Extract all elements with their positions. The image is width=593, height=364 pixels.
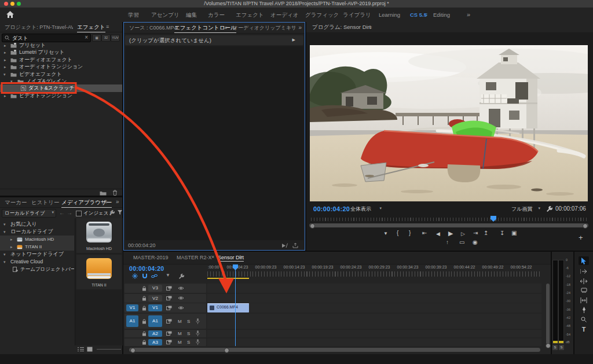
button-editor-plus[interactable]: + [579,234,583,242]
thumbnail-size-slider[interactable] [97,349,121,350]
tab-history[interactable]: ヒストリー [31,199,59,207]
effect-controls-timecode[interactable]: 00:00:04:20 [128,242,156,248]
workspace-cs55-menu-icon[interactable]: ≡ [424,12,427,17]
multicam-view-button[interactable]: ▣ [511,229,517,237]
zoom-handle-mid[interactable] [224,348,229,353]
lock-icon[interactable] [142,296,147,301]
media-row-team-projects[interactable]: チームプロジェクトバージ [0,266,74,273]
track-name-a2[interactable]: A2 [148,330,162,337]
track-output-eye-icon[interactable] [178,286,184,291]
track-name-v2[interactable]: V2 [148,295,162,302]
lock-icon[interactable] [142,319,147,324]
lock-icon[interactable] [142,331,147,336]
meter-solo-left[interactable]: S [552,345,558,350]
chevron-right-icon[interactable]: ▸ [4,42,6,49]
tab-project[interactable]: プロジェクト: PTN-Travel-AVP-2019 [5,24,73,31]
mute-button[interactable]: M [178,331,182,336]
workspace-tab-editing-jp[interactable]: 編集 [186,12,197,19]
program-mini-ruler[interactable] [311,218,588,221]
program-zoom-scrollbar[interactable] [309,223,588,227]
linked-selection-icon[interactable] [151,273,158,279]
quality-dropdown[interactable]: フル画質 ▾ [510,205,541,213]
yuv-effects-badge[interactable]: YUV [111,34,120,42]
home-icon[interactable] [6,10,14,19]
comparison-view-button[interactable]: ▭ [459,238,464,247]
tab-markers[interactable]: マーカー [5,199,27,207]
scrollbar-right-handle[interactable] [583,223,588,229]
chevron-down-icon[interactable]: ▾ [10,78,13,85]
workspace-tab-color[interactable]: カラー [208,12,225,19]
wrench-icon[interactable] [109,209,115,215]
tab-program-monitor[interactable]: プログラム: Sensor Dirt [312,24,371,31]
vertical-scrollbar-handle[interactable] [546,343,551,348]
chevron-right-icon[interactable]: ▸ [10,236,13,243]
lock-icon[interactable] [142,340,147,345]
razor-tool[interactable] [579,286,589,295]
32bit-color-badge[interactable]: 32 [101,34,111,42]
hand-zoom-tool[interactable] [579,315,589,323]
track-name-v3[interactable]: V3 [148,285,162,292]
chevron-down-icon[interactable]: ▾ [3,258,6,266]
track-content-a3[interactable] [207,339,541,346]
mark-in-button[interactable]: { [397,229,398,237]
program-timecode[interactable]: 00:00:04:20 [313,205,350,212]
sync-lock-icon[interactable] [166,306,172,310]
program-menu-icon[interactable]: ≡ [369,24,372,30]
export-frame-button[interactable]: ◉ [473,238,478,247]
go-to-in-button[interactable]: ⇤ [422,229,427,237]
ripple-edit-tool[interactable] [579,277,589,285]
mic-icon[interactable] [196,330,200,336]
add-marker-button[interactable]: ▼ [383,230,388,238]
tab-sequence-masterr2x[interactable]: MASTER R2-X [177,255,212,260]
tree-row-presets[interactable]: ▸ プリセット [0,42,122,49]
program-settings-wrench-icon[interactable] [546,205,552,212]
track-output-eye-icon[interactable] [178,296,184,300]
trash-icon[interactable] [112,190,118,196]
track-content-a1[interactable] [207,314,541,329]
accelerated-effects-badge[interactable]: ▦ [92,34,101,42]
nest-toggle-icon[interactable] [132,273,138,279]
thumbnail-macintosh-hd[interactable]: Macintosh HD [76,218,122,253]
expand-arrow-icon[interactable]: ▶ [292,38,295,42]
tree-row-video-transitions[interactable]: ▸ ビデオトランジション [0,92,122,100]
effects-panel-menu-icon[interactable]: ≡ [106,24,109,30]
chevron-right-icon[interactable]: ▸ [4,49,6,56]
track-content-a2[interactable] [207,330,541,337]
workspace-tab-assembly[interactable]: アセンブリ [151,12,180,19]
fit-dropdown[interactable]: 全体表示 ▾ [349,205,383,213]
chevron-down-icon[interactable]: ▾ [3,220,6,228]
timeline-settings-wrench-icon[interactable] [178,273,184,279]
media-row-network-drives[interactable]: ▾ ネットワークドライブ [0,251,74,258]
timeline-vertical-scrollbar[interactable] [546,284,550,344]
timeline-timecode[interactable]: 00:00:04:20 [129,265,164,272]
playhead-line[interactable] [235,269,236,346]
mic-icon[interactable] [196,318,200,324]
source-patch-v1[interactable]: V1 [126,304,138,311]
lift-button[interactable]: ↥ [484,229,488,237]
workspace-tab-graphics[interactable]: グラフィック [305,12,339,19]
slip-tool[interactable] [579,296,589,304]
track-content-v2[interactable] [207,294,541,303]
workspace-tab-libraries[interactable]: ライブラリ [343,12,371,19]
track-name-a1[interactable]: A1 [148,315,162,327]
selection-tool[interactable] [579,256,589,265]
media-row-titan2[interactable]: ▸ TITAN II [0,243,74,251]
tree-row-noise-grain[interactable]: ▾ ノイズ&グレイン [0,78,122,85]
tab-effects[interactable]: エフェクト [77,24,105,32]
mute-button[interactable]: M [178,340,182,345]
lock-icon[interactable] [142,286,147,291]
solo-button[interactable]: S [187,319,190,324]
filter-icon[interactable] [118,210,122,215]
tab-sequence-master2019[interactable]: MASTER-2019 [133,255,169,260]
media-row-local-drives[interactable]: ▾ ローカルドライブ [0,228,74,236]
tab-audio-clip-mixer[interactable]: オーディオクリップミキサー : Sen [233,24,295,32]
tree-row-dust-scratches[interactable]: ダスト&スクラッチ [0,84,122,92]
pen-tool[interactable] [579,306,589,314]
thumbnail-view-icon[interactable] [87,347,93,352]
timeline-clip-c0066[interactable]: C0066.MP4 [207,303,249,312]
sync-lock-icon[interactable] [166,331,172,336]
workspace-tab-learning[interactable]: Learning [379,12,400,18]
track-output-eye-icon[interactable] [178,306,184,310]
workspace-tab-effects[interactable]: エフェクト [236,12,264,19]
media-browser-overflow-icon[interactable]: » [116,198,119,205]
